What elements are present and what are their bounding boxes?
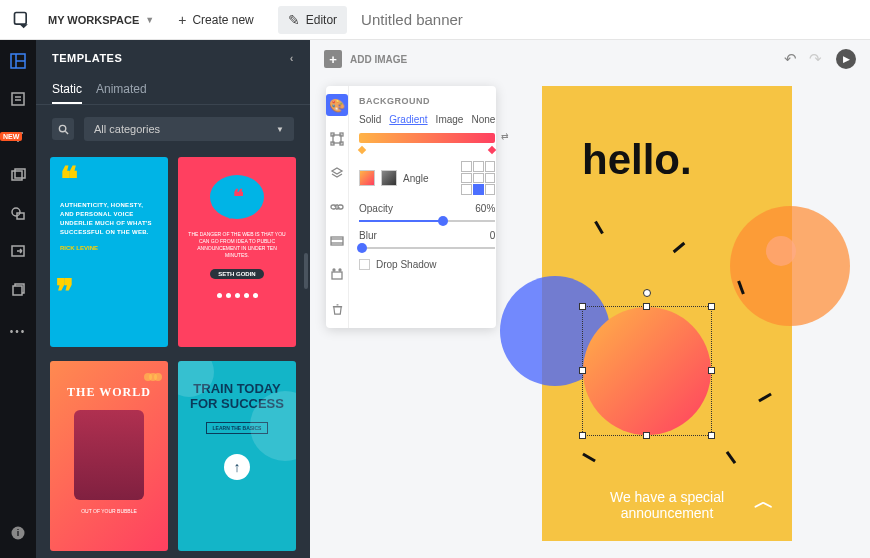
fill-tab-image[interactable]: Image [436,114,464,125]
svg-point-11 [12,208,20,216]
drop-shadow-checkbox[interactable] [359,259,370,270]
collapse-panel-icon[interactable]: ‹ [290,52,294,64]
panel-animation-icon[interactable] [326,264,348,286]
banner-headline[interactable]: hello. [582,136,692,184]
resize-handle[interactable] [579,367,586,374]
template-text: AUTHENTICITY, HONESTY, AND PERSONAL VOIC… [60,201,158,237]
panel-nav: 🎨 [326,86,349,328]
gradient-bar[interactable] [359,133,495,143]
resize-handle[interactable] [643,303,650,310]
create-new-label: Create new [192,13,253,27]
template-card[interactable]: ❝ THE DANGER OF THE WEB IS THAT YOU CAN … [178,157,296,347]
selected-shape[interactable] [583,307,711,435]
undo-button[interactable]: ↶ [784,50,797,68]
templates-panel: TEMPLATES ‹ Static Animated All categori… [36,40,310,558]
rail-list-icon[interactable] [7,88,29,110]
add-image-button[interactable]: + ADD IMAGE [324,50,407,68]
svg-line-18 [65,131,68,134]
category-select[interactable]: All categories ▼ [84,117,294,141]
opacity-label: Opacity [359,203,393,214]
template-card[interactable]: THE WORLD OUT OF YOUR BUBBLE [50,361,168,551]
template-title: THE WORLD [67,385,151,400]
drop-shadow-label: Drop Shadow [376,259,437,270]
resize-handle[interactable] [643,432,650,439]
resize-handle[interactable] [708,303,715,310]
resize-handle[interactable] [708,367,715,374]
pagination-dots [217,293,258,298]
canvas-toolbar: + ADD IMAGE ↶ ↷ ▶ [310,40,870,78]
angle-picker[interactable] [461,161,495,195]
create-new-button[interactable]: + Create new [168,6,264,34]
play-button[interactable]: ▶ [836,49,856,69]
rail-images-icon[interactable] [7,164,29,186]
decoration-icon [147,367,162,385]
template-search-button[interactable] [52,118,74,140]
panel-transform-icon[interactable] [326,128,348,150]
resize-handle[interactable] [579,303,586,310]
templates-heading: TEMPLATES [52,52,122,64]
resize-handle[interactable] [708,432,715,439]
panel-video-icon[interactable] [326,230,348,252]
blur-value: 0 [490,230,496,241]
fill-tab-none[interactable]: None [471,114,495,125]
speech-bubble-icon: ❝ [210,175,264,219]
fill-tab-solid[interactable]: Solid [359,114,381,125]
caret-down-icon: ▼ [276,125,284,134]
template-card[interactable]: TRAIN TODAY FOR SUCCESS LEARN THE BASICS… [178,361,296,551]
opacity-value: 60% [475,203,495,214]
svg-rect-29 [332,272,342,279]
rail-shapes-icon[interactable] [7,202,29,224]
peach-circle[interactable] [766,236,796,266]
template-card[interactable]: ❝ AUTHENTICITY, HONESTY, AND PERSONAL VO… [50,157,168,347]
svg-text:i: i [17,528,20,538]
rail-library-icon[interactable] [7,278,29,300]
document-title-input[interactable] [361,11,862,28]
resize-handle[interactable] [579,432,586,439]
panel-color-icon[interactable]: 🎨 [326,94,348,116]
chevron-up-icon[interactable]: ︿ [754,488,774,515]
new-badge: NEW [0,132,22,141]
template-scrollbar[interactable] [304,253,308,289]
blur-slider[interactable] [359,247,495,249]
banner-canvas[interactable]: hello. [542,86,792,541]
tab-animated[interactable]: Animated [96,76,147,104]
gradient-swatch-1[interactable] [359,170,375,186]
tab-static[interactable]: Static [52,76,82,104]
canvas-area: + ADD IMAGE ↶ ↷ ▶ 🎨 BACKGROUN [310,40,870,558]
editor-button[interactable]: ✎ Editor [278,6,347,34]
pencil-icon: ✎ [288,12,300,28]
add-image-label: ADD IMAGE [350,54,407,65]
orange-circle[interactable] [730,206,850,326]
template-author: RICK LEVINE [60,245,158,251]
template-image-placeholder [74,410,144,500]
caret-down-icon: ▼ [145,15,154,25]
svg-point-31 [339,269,341,271]
rail-more-icon[interactable]: ••• [10,326,27,337]
workspace-label: MY WORKSPACE [48,14,139,26]
selection-box[interactable] [582,306,712,436]
editor-label: Editor [306,13,337,27]
decoration-tick [594,221,604,235]
panel-link-icon[interactable] [326,196,348,218]
rail-info-icon[interactable]: i [7,522,29,544]
panel-heading: BACKGROUND [359,96,495,106]
gradient-swatch-2[interactable] [381,170,397,186]
template-author: SETH GODIN [210,269,263,279]
redo-button[interactable]: ↷ [809,50,822,68]
decoration-tick [673,242,686,253]
panel-delete-icon[interactable] [326,298,348,320]
app-logo[interactable] [8,6,36,34]
panel-layers-icon[interactable] [326,162,348,184]
svg-point-17 [59,125,65,131]
opacity-slider[interactable] [359,220,495,222]
category-label: All categories [94,123,160,135]
workspace-selector[interactable]: MY WORKSPACE ▼ [48,14,154,26]
rail-export-icon[interactable] [7,240,29,262]
rotate-handle[interactable] [643,289,651,297]
gradient-stops[interactable] [359,147,495,153]
decoration-tick [726,451,736,464]
rail-layouts-icon[interactable] [7,50,29,72]
fill-tab-gradient[interactable]: Gradient [389,114,427,125]
svg-rect-26 [331,237,343,245]
quote-close-icon: ❝ [60,267,74,287]
